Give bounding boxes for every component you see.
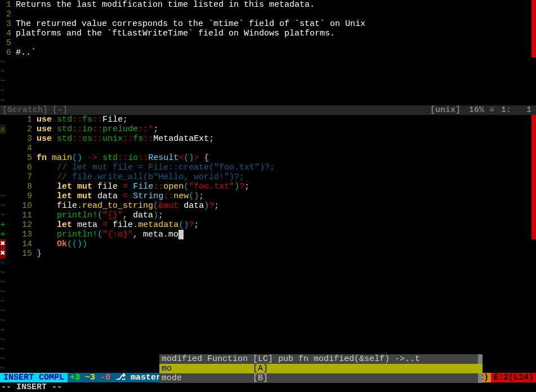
- code-line: ✖15 }: [0, 249, 536, 259]
- tilde-line: ~: [0, 326, 5, 335]
- cursor: [178, 230, 184, 239]
- code-line: ✖14 Ok(()): [0, 239, 536, 249]
- git-hunks: +3 ~3 -0: [68, 373, 113, 382]
- line-number: 10: [6, 201, 37, 211]
- doc-line: 1Returns the last modification time list…: [0, 0, 536, 10]
- tilde-line: ~: [0, 268, 5, 278]
- code-line: ~9 let mut data = String::new();: [0, 191, 536, 201]
- doc-line: 6#..`: [0, 48, 536, 57]
- completion-item[interactable]: modified Function [LC] pub fn modified(&…: [159, 354, 483, 364]
- change-sign: ~: [0, 201, 6, 211]
- tilde-line: ~: [0, 67, 5, 77]
- line-number: 12: [6, 220, 37, 230]
- line-number: 6: [0, 48, 16, 57]
- percent: 16% ≡: [463, 105, 497, 115]
- tilde-line: ~: [0, 287, 5, 297]
- warning-sign: ⚠: [0, 124, 6, 134]
- line-number: 5: [0, 38, 16, 48]
- line-number: 8: [6, 182, 37, 191]
- code-line: +12 let meta = file.metadata()?;: [0, 220, 536, 230]
- tilde-line: ~: [0, 86, 5, 96]
- tilde-line: ~: [0, 96, 5, 105]
- modified-flag: [-]: [50, 105, 70, 115]
- line-number: 5: [6, 153, 37, 163]
- line-number: 4: [0, 29, 16, 38]
- doc-line: 2: [0, 10, 536, 19]
- tilde-line: ~: [0, 57, 5, 67]
- line-number: 4: [6, 144, 37, 153]
- line-number: 6: [6, 163, 37, 172]
- line-number: 1: [6, 115, 37, 124]
- doc-line: 3The returned value corresponds to the `…: [0, 19, 536, 29]
- error-sign: ✖: [0, 239, 6, 249]
- buffer-name: [Scratch]: [0, 105, 50, 115]
- popup-scrollbar: [478, 354, 483, 364]
- cursor-pos: 1: 1: [497, 105, 536, 115]
- tilde-line: ~: [0, 306, 5, 316]
- add-sign: +: [0, 220, 6, 230]
- line-number: 3: [6, 134, 37, 144]
- add-sign: +: [0, 230, 6, 239]
- tilde-line: ~: [0, 278, 5, 287]
- doc-line: 5: [0, 38, 536, 48]
- popup-scrollbar: [478, 373, 483, 383]
- mode-indicator: INSERT COMPL: [0, 373, 68, 382]
- code-line: 1 use std::fs::File;: [0, 115, 536, 124]
- line-number: 13: [6, 230, 37, 239]
- doc-line: 4platforms and the `ftLastWriteTime` fie…: [0, 29, 536, 38]
- scrollbar-marker: [531, 115, 536, 239]
- code-pane[interactable]: 1 use std::fs::File; ⚠2 use std::io::pre…: [0, 115, 536, 373]
- change-sign: ~: [0, 191, 6, 201]
- error-count: E:2(L14): [491, 373, 536, 382]
- tilde-line: ~: [0, 335, 5, 345]
- doc-statusline: [Scratch][-] [unix] 16% ≡ 1: 1: [0, 105, 536, 115]
- scrollbar-marker: [531, 0, 536, 57]
- code-line: ⚠2 use std::io::prelude::*;: [0, 124, 536, 134]
- code-line: 3 use std::os::unix::fs::MetadataExt;: [0, 134, 536, 144]
- line-number: 15: [6, 249, 37, 259]
- error-sign: ✖: [0, 249, 6, 259]
- tilde-line: ~: [0, 316, 5, 326]
- popup-scrollbar: [478, 364, 483, 373]
- line-number: 14: [6, 239, 37, 249]
- tilde-line: ~: [0, 364, 5, 373]
- file-format: [unix]: [428, 105, 463, 115]
- code-line: 8 let mut file = File::open("foo.txt")?;: [0, 182, 536, 191]
- tilde-line: ~: [0, 77, 5, 86]
- line-number: 9: [6, 191, 37, 201]
- code-line-cursor: +13 println!("{:o}", meta.mo: [0, 230, 536, 239]
- command-line[interactable]: -- INSERT --: [0, 382, 536, 392]
- code-line: 4: [0, 144, 536, 153]
- change-sign: ~: [0, 211, 6, 220]
- tilde-line: ~: [0, 354, 5, 364]
- line-number: 11: [6, 211, 37, 220]
- line-number: 2: [6, 124, 37, 134]
- completion-popup[interactable]: modified Function [LC] pub fn modified(&…: [159, 354, 483, 383]
- line-number: 2: [0, 10, 16, 19]
- tilde-line: ~: [0, 345, 5, 354]
- line-number: 7: [6, 172, 37, 182]
- code-line: 6 // let mut file = File::create("foo.tx…: [0, 163, 536, 172]
- completion-item[interactable]: mode [B]: [159, 373, 483, 383]
- code-line: 5 fn main() -> std::io::Result<()> {: [0, 153, 536, 163]
- completion-item[interactable]: mo [A]: [159, 364, 483, 373]
- code-line: ~10 file.read_to_string(&mut data)?;: [0, 201, 536, 211]
- line-number: 1: [0, 0, 16, 10]
- doc-pane: 1Returns the last modification time list…: [0, 0, 536, 105]
- code-line: 7 // file.write_all(b"Hello, world!")?;: [0, 172, 536, 182]
- tilde-line: ~: [0, 259, 5, 268]
- line-number: 3: [0, 19, 16, 29]
- code-line: ~11 println!("{}", data);: [0, 211, 536, 220]
- tilde-line: ~: [0, 297, 5, 306]
